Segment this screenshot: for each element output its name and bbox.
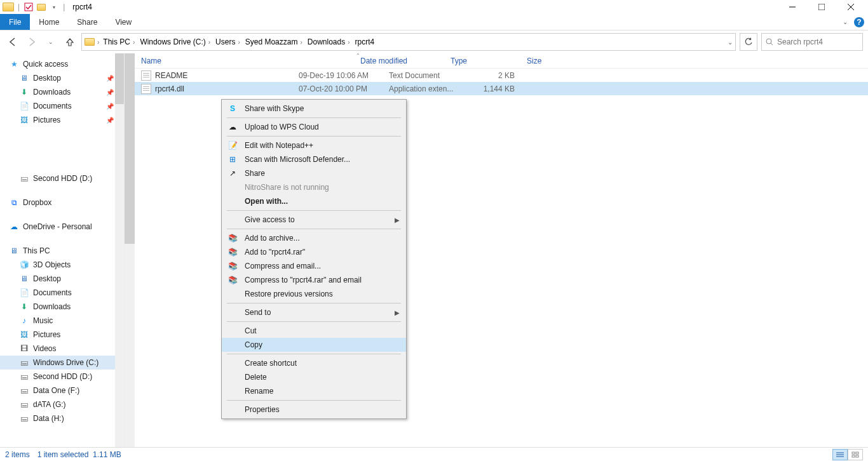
sidebar-item-documents[interactable]: 📄Documents📌 [0,99,124,113]
minimize-button[interactable] [778,0,807,14]
sidebar-quickaccess[interactable]: ★Quick access [0,57,124,71]
menu-properties[interactable]: Properties [222,403,406,417]
back-button[interactable] [5,34,20,50]
sidebar-item-pictures[interactable]: 🖼Pictures📌 [0,113,124,127]
address-dropdown-icon[interactable]: ⌄ [728,39,733,46]
tab-home[interactable]: Home [30,14,68,30]
help-icon[interactable]: ? [854,17,864,27]
refresh-button[interactable] [740,33,757,51]
sidebar-item-drive-f[interactable]: 🖴Data One (F:) [0,384,124,398]
menu-share-skype[interactable]: SShare with Skype [222,102,406,116]
crumb-thispc[interactable]: This PC› [102,37,136,46]
forward-button[interactable] [24,34,39,50]
sidebar-item-documents2[interactable]: 📄Documents [0,286,124,300]
menu-upload-wps[interactable]: ☁Upload to WPS Cloud [222,120,406,134]
menu-edit-npp[interactable]: 📝Edit with Notepad++ [222,138,406,152]
folder-icon [3,3,14,11]
defender-icon: ⊞ [227,154,238,165]
sidebar-onedrive[interactable]: ☁OneDrive - Personal [0,220,124,234]
menu-compress-email[interactable]: 📚Compress and email... [222,259,406,273]
menu-rename[interactable]: Rename [222,384,406,398]
crumb-c[interactable]: Windows Drive (C:)› [139,37,212,46]
svg-rect-11 [856,452,858,454]
sidebar-item-drive-g[interactable]: 🖴dATA (G:) [0,398,124,411]
tab-file[interactable]: File [0,14,30,30]
close-button[interactable] [836,0,865,14]
sidebar-item-desktop[interactable]: 🖥Desktop📌 [0,71,124,85]
sidebar-thispc[interactable]: 🖥This PC [0,244,124,258]
ribbon-expand-icon[interactable]: ⌄ [843,18,848,25]
tab-share[interactable]: Share [68,14,106,30]
crumb-user[interactable]: Syed Moazzam› [244,37,304,46]
menu-create-shortcut[interactable]: Create shortcut [222,356,406,370]
sidebar-item-downloads[interactable]: ⬇Downloads📌 [0,85,124,99]
crumb-users[interactable]: Users› [214,37,241,46]
qat-properties-icon[interactable] [24,2,34,12]
menu-add-rar[interactable]: 📚Add to "rpcrt4.rar" [222,245,406,259]
drive-icon: 🖴 [19,357,29,368]
file-icon [141,70,151,81]
content-scrollthumb[interactable] [125,53,135,244]
recent-dropdown[interactable]: ⌄ [43,34,58,50]
music-icon: ♪ [19,316,29,326]
address-bar[interactable]: › This PC› Windows Drive (C:)› Users› Sy… [81,33,736,51]
file-row[interactable]: README 09-Dec-19 10:06 AM Text Document … [135,69,868,82]
menu-scan-defender[interactable]: ⊞Scan with Microsoft Defender... [222,152,406,166]
sidebar-item-downloads2[interactable]: ⬇Downloads [0,300,124,314]
col-name[interactable]: Name [141,57,299,65]
sidebar-item-videos[interactable]: 🎞Videos [0,342,124,356]
column-headers[interactable]: Name ⌃ Date modified Type Size [135,53,868,69]
file-size: 2 KB [465,71,515,80]
menu-send-to[interactable]: Send to▶ [222,305,406,319]
menu-give-access[interactable]: Give access to▶ [222,213,406,227]
ribbon-tabs: File Home Share View ⌄ ? [0,14,868,30]
crumb-downloads[interactable]: Downloads› [306,37,351,46]
sort-indicator-icon: ⌃ [356,53,360,58]
sidebar-scrollbar[interactable] [115,53,124,447]
sidebar-item-pictures2[interactable]: 🖼Pictures [0,328,124,342]
col-date[interactable]: Date modified [360,57,451,65]
menu-add-archive[interactable]: 📚Add to archive... [222,231,406,245]
sidebar-item-3dobjects[interactable]: 🧊3D Objects [0,258,124,272]
crumb-current[interactable]: rpcrt4 [354,37,376,46]
file-type: Application exten... [389,84,465,93]
video-icon: 🎞 [19,344,29,354]
sidebar-item-drive-h[interactable]: 🖴Data (H:) [0,411,124,425]
sidebar-scrollthumb[interactable] [115,53,124,104]
menu-share[interactable]: ↗Share [222,166,406,180]
pin-icon: 📌 [106,117,114,124]
navbar: ⌄ › This PC› Windows Drive (C:)› Users› … [0,30,868,53]
menu-restore[interactable]: Restore previous versions [222,287,406,301]
menu-copy[interactable]: Copy [222,338,406,352]
maximize-button[interactable] [807,0,836,14]
winrar-icon: 📚 [227,260,238,272]
sidebar-item-desktop2[interactable]: 🖥Desktop [0,272,124,286]
menu-cut[interactable]: Cut [222,324,406,338]
view-details-button[interactable] [832,449,848,460]
content-scrollbar[interactable] [125,53,135,447]
menu-open-with[interactable]: Open with... [222,194,406,208]
drive-icon: 🖴 [19,413,29,424]
cloud-icon: ☁ [9,222,19,232]
tab-view[interactable]: View [106,14,140,30]
menu-delete[interactable]: Delete [222,370,406,384]
up-button[interactable] [62,34,78,50]
disk-icon: 🖴 [19,173,29,184]
qat-dropdown-icon[interactable]: ▾ [49,2,59,12]
file-row[interactable]: rpcrt4.dll 07-Oct-20 10:00 PM Applicatio… [135,82,868,95]
sidebar-dropbox[interactable]: ⧉Dropbox [0,196,124,210]
col-size[interactable]: Size [527,57,576,65]
col-type[interactable]: Type [451,57,527,65]
titlebar: | ▾ | rpcrt4 [0,0,868,14]
svg-rect-0 [25,3,32,11]
qat-newfolder-icon[interactable] [36,2,46,12]
sidebar-item-secondhdd[interactable]: 🖴Second HDD (D:) [0,171,124,185]
menu-compress-rar-email[interactable]: 📚Compress to "rpcrt4.rar" and email [222,273,406,287]
sidebar-item-drive-c[interactable]: 🖴Windows Drive (C:) [0,356,124,370]
sidebar-item-drive-d[interactable]: 🖴Second HDD (D:) [0,370,124,384]
desktop-icon: 🖥 [19,73,29,83]
pin-icon: 📌 [106,75,114,82]
view-large-button[interactable] [848,449,863,460]
sidebar-item-music[interactable]: ♪Music [0,314,124,328]
search-input[interactable]: Search rpcrt4 [761,33,863,51]
